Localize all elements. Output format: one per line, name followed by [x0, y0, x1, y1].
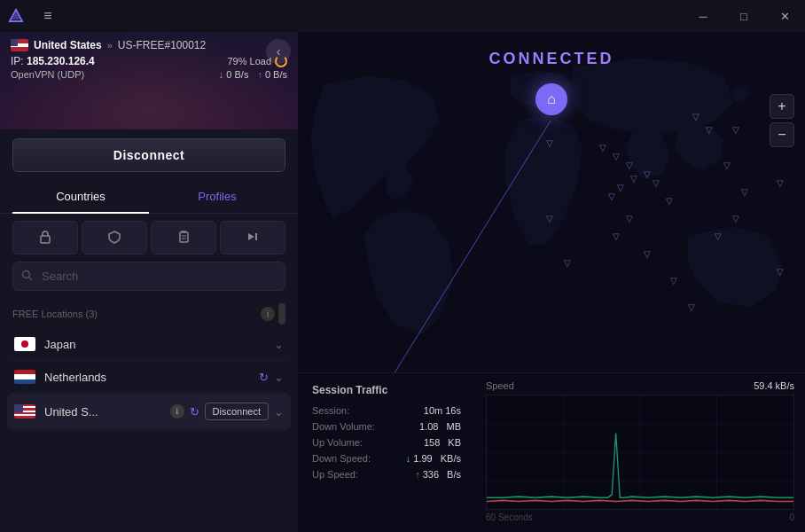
disconnect-section: Disconnect: [0, 129, 298, 181]
load-info: 79% Load: [227, 55, 287, 67]
search-icon: [21, 270, 33, 284]
home-icon: ⌂: [547, 91, 556, 107]
map-marker: [670, 271, 679, 280]
filter-lock-button[interactable]: [12, 221, 78, 254]
clipboard-icon: [176, 230, 191, 246]
traffic-title: Session Traffic: [312, 384, 461, 396]
stat-up-speed: Up Speed: ↑ 336 B/s: [312, 469, 461, 480]
svg-point-7: [23, 270, 30, 278]
stat-up-volume-label: Up Volume:: [312, 437, 363, 448]
info-icon[interactable]: i: [261, 307, 275, 321]
map-marker: [613, 147, 621, 156]
chevron-down-icon[interactable]: ⌄: [274, 338, 284, 351]
minimize-icon: ─: [699, 10, 707, 23]
stat-session-label: Session:: [312, 405, 349, 416]
scroll-indicator: [278, 303, 285, 325]
refresh-icon[interactable]: ↻: [190, 405, 199, 419]
hamburger-icon: ≡: [43, 8, 51, 24]
map-marker: [777, 174, 785, 183]
filter-shield-button[interactable]: [82, 221, 147, 254]
chart-svg: [487, 395, 793, 509]
window-controls: ─ □ ✕: [683, 0, 805, 32]
titlebar: ≡ ─ □ ✕: [0, 0, 805, 32]
svg-line-8: [29, 277, 33, 280]
up-arrow-icon: ↑: [257, 69, 262, 80]
filter-skip-button[interactable]: [220, 221, 285, 254]
connection-arrow-icon: »: [107, 40, 113, 51]
right-panel: CONNECTED ⌂ + − Session Traffic Session:…: [298, 32, 805, 532]
map-marker: [546, 134, 555, 143]
panel-header: United States » US-FREE#100012 IP: 185.2…: [0, 32, 298, 129]
world-map-svg: [298, 32, 805, 369]
filter-clipboard-button[interactable]: [151, 221, 216, 254]
close-button[interactable]: ✕: [764, 0, 805, 32]
disconnect-button[interactable]: Disconnect: [12, 138, 285, 172]
stat-up-volume: Up Volume: 158 KB: [312, 437, 461, 448]
stat-down-volume: Down Volume: 1.08 MB: [312, 421, 461, 432]
zoom-in-button[interactable]: +: [770, 94, 794, 119]
load-value: 79% Load: [227, 56, 271, 66]
speed-chart-value: 59.4 kB/s: [754, 380, 794, 391]
speed-info: ↓ 0 B/s ↑ 0 B/s: [219, 69, 287, 80]
down-speed-item: ↓ 0 B/s: [219, 69, 249, 80]
chart-start-label: 60 Seconds: [486, 512, 533, 522]
location-name: Netherlands: [44, 371, 250, 384]
map-marker: [608, 187, 617, 196]
connected-icon: ℹ: [170, 404, 184, 419]
section-label: FREE Locations (3): [12, 309, 98, 319]
speed-chart: Speed 59.4 kB/s: [475, 373, 805, 532]
location-disconnect-button[interactable]: Disconnect: [205, 403, 269, 420]
maximize-icon: □: [740, 10, 747, 23]
search-input[interactable]: [12, 262, 285, 291]
map-marker: [688, 298, 697, 307]
map-marker: [564, 254, 573, 262]
location-name: United S...: [44, 405, 161, 419]
list-item[interactable]: Japan ⌄: [7, 328, 291, 361]
map-marker: [732, 121, 741, 129]
down-speed-value: 0 B/s: [226, 69, 248, 80]
header-content: United States » US-FREE#100012 IP: 185.2…: [0, 32, 298, 80]
stat-session-value: 10m 16s: [424, 405, 461, 416]
location-actions: ↻ ⌄: [259, 371, 284, 384]
map-marker: [644, 245, 653, 254]
chart-footer: 60 Seconds 0: [486, 512, 794, 522]
japan-flag: [14, 337, 35, 351]
connection-server: US-FREE#100012: [118, 39, 206, 51]
chevron-down-icon[interactable]: ⌄: [274, 405, 284, 419]
tab-profiles[interactable]: Profiles: [149, 181, 285, 214]
map-marker: [626, 209, 635, 218]
map-marker: [666, 192, 675, 200]
netherlands-flag: [14, 370, 35, 384]
stat-down-volume-value: 1.08 MB: [419, 421, 461, 432]
svg-rect-2: [41, 236, 50, 243]
down-arrow-small-icon: ↓: [406, 453, 411, 464]
stat-down-speed-value: ↓ 1.99 KB/s: [406, 453, 461, 464]
connected-badge: CONNECTED: [488, 50, 614, 68]
chevron-down-icon[interactable]: ⌄: [274, 371, 284, 384]
list-item[interactable]: Netherlands ↻ ⌄: [7, 361, 291, 394]
up-arrow-small-icon: ↑: [415, 469, 420, 480]
zoom-out-button[interactable]: −: [770, 122, 794, 147]
refresh-icon[interactable]: ↻: [259, 371, 269, 384]
map-marker: [613, 227, 621, 236]
minimize-button[interactable]: ─: [683, 0, 723, 32]
up-speed-item: ↑ 0 B/s: [257, 69, 287, 80]
map-marker: [732, 209, 741, 218]
menu-button[interactable]: ≡: [32, 0, 64, 32]
stat-up-speed-label: Up Speed:: [312, 469, 358, 480]
maximize-button[interactable]: □: [723, 0, 764, 32]
tabs: Countries Profiles: [0, 181, 298, 214]
skip-icon: [246, 230, 260, 246]
tab-countries[interactable]: Countries: [12, 181, 149, 214]
list-item[interactable]: United S... ℹ ↻ Disconnect ⌄: [7, 394, 291, 430]
ip-value: 185.230.126.4: [27, 55, 95, 67]
stat-down-speed: Down Speed: ↓ 1.99 KB/s: [312, 453, 461, 464]
svg-rect-3: [180, 232, 188, 242]
map-marker: [653, 174, 661, 183]
chart-end-label: 0: [789, 512, 794, 522]
traffic-stats: Session Traffic Session: 10m 16s Down Vo…: [298, 373, 475, 532]
ip-row: IP: 185.230.126.4 79% Load: [11, 55, 287, 67]
connection-country: United States: [34, 39, 102, 51]
map-marker: [599, 138, 608, 147]
map-marker: [723, 156, 732, 165]
